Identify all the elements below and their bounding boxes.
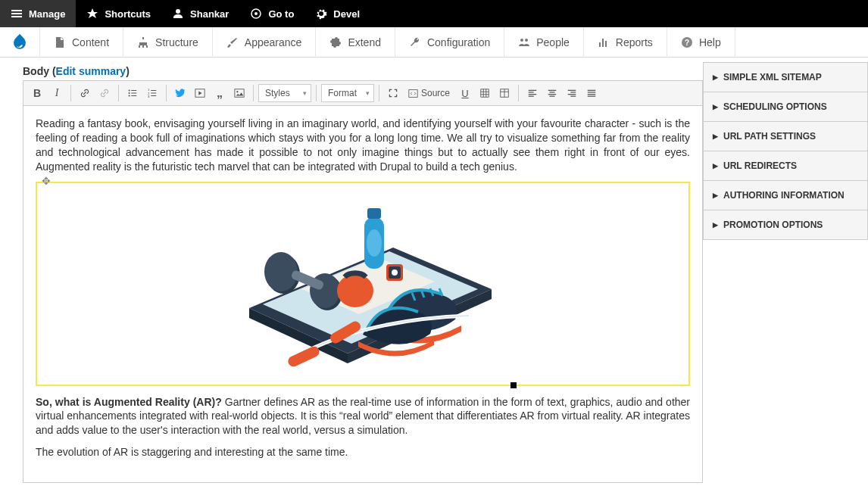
bulletlist-button[interactable] (123, 84, 142, 102)
ol-icon: 123 (147, 88, 158, 98)
help-icon: ? (681, 36, 693, 48)
acc-simple-xml-sitemap[interactable]: ▶SIMPLE XML SITEMAP (704, 63, 867, 92)
triangle-icon: ▶ (713, 221, 718, 229)
move-icon: ✥ (42, 174, 51, 188)
maximize-icon (388, 88, 398, 98)
triangle-icon: ▶ (713, 192, 718, 199)
acc-url-path-settings[interactable]: ▶URL PATH SETTINGS (704, 122, 867, 151)
numberlist-button[interactable]: 123 (143, 84, 161, 102)
link-button[interactable] (76, 84, 94, 102)
svg-point-31 (392, 269, 398, 276)
tab-configuration[interactable]: Configuration (395, 27, 504, 58)
image-button[interactable] (230, 84, 248, 102)
specialchar-button[interactable] (476, 84, 494, 102)
triangle-icon: ▶ (713, 103, 718, 111)
star-icon (86, 8, 98, 20)
admin-menu: Content Structure Appearance Extend Conf… (0, 27, 868, 58)
svg-point-5 (129, 92, 130, 94)
blockquote-button[interactable]: „ (211, 84, 229, 102)
grid-icon (479, 88, 490, 98)
tab-people[interactable]: People (504, 27, 584, 58)
svg-point-1 (254, 12, 258, 15)
align-center-button[interactable] (543, 84, 561, 102)
unlink-button[interactable] (95, 84, 114, 102)
goto-button[interactable]: Go to (239, 0, 304, 27)
devel-label: Devel (333, 8, 360, 20)
acc-scheduling-options[interactable]: ▶SCHEDULING OPTIONS (704, 92, 867, 122)
svg-rect-13 (409, 89, 417, 97)
styles-dropdown[interactable]: Styles (258, 84, 311, 102)
maximize-button[interactable] (384, 84, 402, 102)
table-icon (499, 88, 510, 98)
manage-label: Manage (29, 8, 65, 20)
puzzle-icon (329, 36, 342, 48)
manage-button[interactable]: Manage (0, 0, 76, 27)
twitter-icon (175, 88, 186, 98)
document-icon (54, 36, 66, 48)
target-icon (250, 8, 262, 20)
acc-promotion-options[interactable]: ▶PROMOTION OPTIONS (704, 210, 867, 240)
svg-point-12 (236, 91, 238, 92)
svg-rect-27 (367, 208, 381, 219)
svg-point-28 (367, 229, 382, 257)
shortcuts-label: Shortcuts (105, 8, 151, 20)
shortcuts-button[interactable]: Shortcuts (76, 0, 161, 27)
gear-icon (315, 8, 327, 20)
fitness-illustration (204, 176, 522, 372)
wysiwyg-editor[interactable]: Reading a fantasy book, envisaging yours… (23, 106, 703, 483)
devel-button[interactable]: Devel (304, 0, 370, 27)
paragraph: The evolution of AR is staggering and in… (36, 445, 690, 459)
twitter-button[interactable] (171, 84, 189, 102)
paragraph: Reading a fantasy book, envisaging yours… (36, 117, 690, 174)
svg-point-4 (129, 89, 130, 91)
align-justify-button[interactable] (582, 84, 601, 102)
tab-help[interactable]: ?Help (667, 27, 735, 58)
underline-button[interactable]: U (456, 84, 474, 102)
hamburger-icon (11, 8, 23, 20)
svg-rect-32 (286, 344, 321, 368)
tab-appearance[interactable]: Appearance (213, 27, 317, 58)
tab-content[interactable]: Content (39, 27, 123, 58)
align-left-button[interactable] (523, 84, 542, 102)
paragraph: So, what is Augmented Reality (AR)? Gart… (36, 395, 690, 438)
svg-rect-11 (235, 89, 244, 98)
drupal-logo-icon (9, 32, 30, 53)
edit-summary-link[interactable]: Edit summary (56, 65, 126, 77)
svg-point-25 (337, 274, 373, 307)
source-button[interactable]: Source (404, 84, 454, 102)
hierarchy-icon (137, 36, 149, 48)
resize-handle[interactable] (510, 382, 517, 388)
body-field-label: Body (Edit summary) (23, 65, 703, 77)
settings-sidebar: ▶SIMPLE XML SITEMAP ▶SCHEDULING OPTIONS … (703, 58, 868, 483)
svg-point-21 (264, 252, 298, 291)
image-icon (234, 88, 245, 98)
tab-reports[interactable]: Reports (584, 27, 667, 58)
wysiwyg-toolbar: B I 123 „ Styles Format Source U (23, 80, 703, 106)
user-button[interactable]: Shankar (161, 0, 239, 27)
align-right-icon (567, 88, 577, 98)
bold-button[interactable]: B (28, 84, 46, 102)
triangle-icon: ▶ (713, 73, 718, 81)
tab-extend[interactable]: Extend (316, 27, 395, 58)
play-icon (195, 88, 205, 98)
italic-button[interactable]: I (48, 84, 66, 102)
align-left-icon (527, 88, 538, 98)
link-icon (80, 88, 90, 98)
align-right-button[interactable] (563, 84, 581, 102)
media-button[interactable] (191, 84, 209, 102)
triangle-icon: ▶ (713, 132, 718, 140)
table-button[interactable] (495, 84, 514, 102)
user-icon (172, 8, 184, 20)
svg-text:3: 3 (148, 95, 150, 98)
align-center-icon (547, 88, 557, 98)
brush-icon (226, 36, 239, 48)
format-dropdown[interactable]: Format (321, 84, 374, 102)
acc-authoring-information[interactable]: ▶AUTHORING INFORMATION (704, 181, 867, 210)
chart-icon (598, 36, 610, 48)
acc-url-redirects[interactable]: ▶URL REDIRECTS (704, 151, 867, 181)
embedded-image[interactable]: ✥ (36, 182, 690, 386)
people-icon (518, 36, 530, 48)
tab-structure[interactable]: Structure (123, 27, 213, 58)
svg-point-6 (129, 95, 130, 96)
triangle-icon: ▶ (713, 162, 718, 170)
